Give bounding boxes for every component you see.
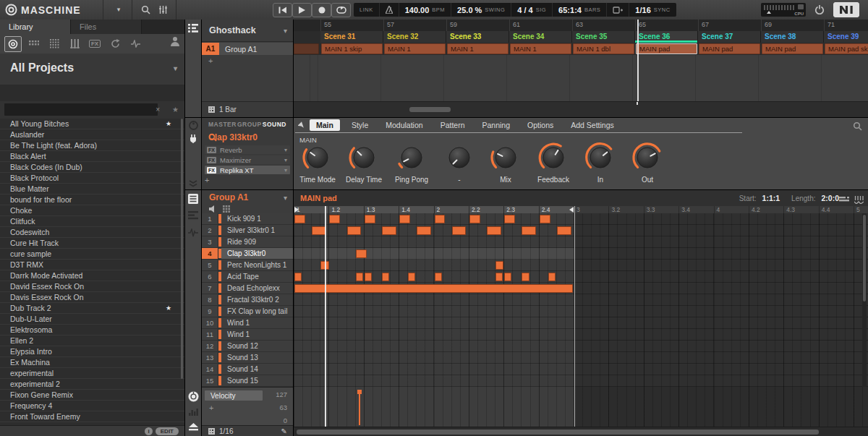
chevron-down-icon[interactable]: ▾ (284, 147, 290, 153)
sound-row[interactable]: 1Kick 909 1 (202, 213, 293, 225)
note[interactable] (522, 226, 536, 235)
project-list-scrollbar[interactable] (181, 119, 183, 379)
app-menu-dropdown[interactable]: ▾ (110, 2, 127, 17)
plugin-tab-panning[interactable]: Panning (474, 119, 519, 131)
power-icon[interactable] (812, 2, 827, 17)
note[interactable] (557, 226, 571, 235)
plugin-tab-add-settings[interactable]: Add Settings (562, 119, 623, 131)
note[interactable] (399, 215, 410, 223)
count-in-icon[interactable] (607, 3, 629, 17)
arranger-grid-setting[interactable]: 1 Bar (202, 101, 293, 117)
fx-slot[interactable]: FXReverb▾ (205, 145, 290, 154)
note[interactable] (417, 226, 431, 235)
list-item[interactable]: Black Alert (0, 151, 184, 162)
note-grid[interactable] (294, 213, 868, 387)
list-item[interactable]: Elypsia Intro (0, 346, 184, 357)
list-item[interactable]: Auslander (0, 129, 184, 140)
note[interactable] (435, 273, 442, 281)
arranger-bar-ruler[interactable]: 555759616365676971 (294, 20, 868, 31)
scene-cell[interactable]: Scene 32 (383, 31, 446, 43)
list-item[interactable]: Fixon Gene Remix (0, 390, 184, 401)
bars-display[interactable]: 65:1:4BARS (553, 3, 607, 17)
sound-row[interactable]: 3Ride 909 (202, 236, 293, 248)
start-value[interactable]: 1:1:1 (762, 194, 780, 202)
pattern-scrollbar-thumb[interactable] (297, 429, 819, 435)
note[interactable] (452, 226, 467, 235)
grid-vertical-scrollbar-thumb[interactable] (863, 215, 866, 302)
pattern-clip[interactable]: MAIN 1 (510, 43, 571, 54)
list-item[interactable]: Cure Hit Track (0, 238, 184, 249)
scene-cell[interactable]: Scene 35 (572, 31, 635, 43)
restart-button[interactable] (273, 3, 292, 17)
filter-oneshots-icon[interactable] (127, 37, 143, 51)
pattern-name[interactable]: MAIN pad (300, 194, 337, 202)
loop-button[interactable] (331, 3, 351, 17)
pattern-clip[interactable]: MAIN 1 dbl (573, 43, 634, 54)
pattern-clip[interactable]: MAIN pad skip (825, 43, 868, 54)
list-item[interactable]: Ellen 2 (0, 335, 184, 346)
info-icon[interactable]: i (145, 427, 153, 435)
velocity-stem[interactable] (359, 392, 360, 425)
star-icon[interactable]: ★ (166, 304, 171, 312)
list-item[interactable]: All Young Bitches★ (0, 119, 184, 129)
clear-search-icon[interactable]: × (156, 106, 160, 114)
sound-row[interactable]: 8Fractal 3l3ktr0 2 (202, 294, 293, 306)
bpm-display[interactable]: 140.00BPM (399, 3, 451, 17)
sound-row[interactable]: 9FX Clap w long tail (202, 306, 293, 317)
knob-unassigned[interactable] (443, 141, 476, 174)
list-item[interactable]: Be The Light (feat. Adora) (0, 140, 184, 151)
sound-row[interactable]: 14Sound 14 (202, 364, 293, 375)
length-value[interactable]: 2:0:0 (821, 194, 839, 202)
pad-view-icon[interactable] (185, 391, 201, 402)
list-item[interactable]: experimental 2 (0, 379, 184, 390)
filter-sounds-icon[interactable] (46, 37, 62, 51)
plugin-tab-main[interactable]: Main (310, 119, 340, 131)
step-grid-setting[interactable]: 1/16 ✎ (202, 425, 293, 436)
channel-properties-icon[interactable] (185, 121, 201, 130)
filter-loops-icon[interactable] (107, 37, 123, 51)
record-button[interactable] (312, 3, 331, 17)
list-item[interactable]: Blue Matter (0, 184, 184, 195)
knob-feedback[interactable] (537, 141, 570, 174)
filter-projects-icon[interactable] (4, 36, 22, 52)
fx-slot[interactable]: FXMaximizer▾ (205, 155, 290, 164)
pattern-list-view-icon[interactable] (839, 194, 849, 207)
chevron-down-icon[interactable]: ▾ (284, 167, 290, 174)
note[interactable] (365, 273, 372, 281)
note[interactable] (356, 273, 363, 281)
filter-instruments-icon[interactable] (67, 37, 82, 51)
user-library-icon[interactable] (170, 36, 180, 49)
sampler-waveform-icon[interactable] (185, 228, 201, 237)
plugin-tab-options[interactable]: Options (519, 119, 562, 131)
list-item[interactable]: Clitfuck (0, 216, 184, 227)
sound-row[interactable]: 15Sound 15 (202, 375, 293, 387)
pattern-clip[interactable]: MAIN pad (699, 43, 760, 54)
play-button[interactable] (292, 3, 312, 17)
note[interactable] (329, 215, 340, 223)
note[interactable] (382, 273, 389, 281)
step-mode-icon[interactable] (185, 408, 201, 416)
sound-row[interactable]: 4Clap 3l3ktr0 (202, 248, 293, 260)
search-icon[interactable] (137, 2, 153, 17)
knob-in[interactable] (584, 141, 617, 174)
note[interactable] (504, 273, 511, 281)
sync-display[interactable]: 1/16SYNC (629, 3, 676, 17)
metronome-icon[interactable] (380, 3, 399, 17)
knob-mix[interactable] (489, 141, 522, 174)
knob-delay-time[interactable] (347, 141, 380, 174)
knob-out[interactable] (631, 141, 664, 174)
piano-roll-view-icon[interactable] (854, 194, 864, 207)
tab-group[interactable]: GROUP (237, 121, 262, 128)
pattern-clip[interactable]: MAIN pad (762, 43, 823, 54)
list-item[interactable]: bound for the floor (0, 195, 184, 205)
tab-sound[interactable]: SOUND (263, 121, 286, 128)
pattern-clip[interactable]: MAIN 1 skip (321, 43, 383, 54)
edit-button[interactable]: EDIT (156, 427, 179, 435)
sound-row[interactable]: 10Wind 1 (202, 317, 293, 329)
velocity-lane-selector[interactable]: Velocity (205, 390, 263, 401)
list-item[interactable]: cure sample (0, 249, 184, 260)
velocity-lane[interactable] (294, 387, 868, 427)
sound-row[interactable]: 13Sound 13 (202, 352, 293, 364)
group-slot[interactable]: A1 Group A1 (202, 43, 293, 55)
arranger-view-icon[interactable] (185, 24, 201, 33)
